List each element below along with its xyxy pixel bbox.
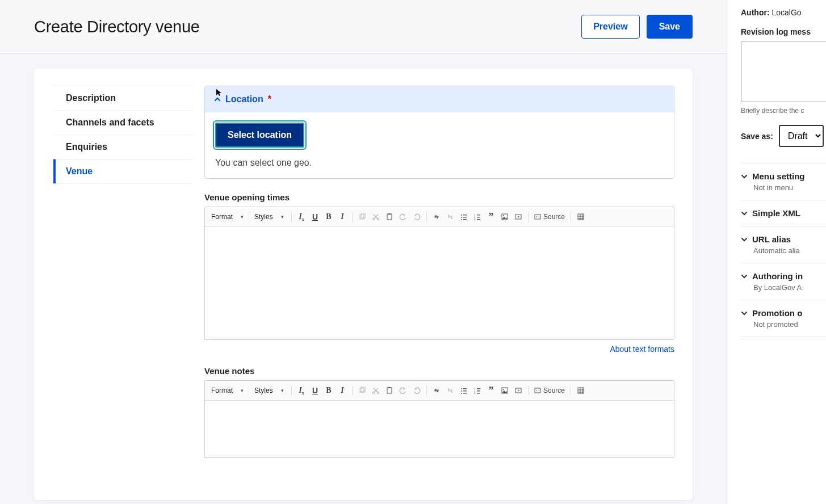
page-header: Create Directory venue Preview Save — [0, 0, 727, 54]
sidebar-accordion: Menu setting Not in menu Simple XML URL … — [741, 163, 826, 337]
acc-url-alias[interactable]: URL alias Automatic alia — [741, 226, 826, 263]
bold-icon[interactable]: B — [322, 211, 335, 223]
chevron-down-icon — [741, 310, 748, 317]
table-icon[interactable] — [575, 211, 587, 223]
location-legend[interactable]: Location * — [205, 86, 674, 112]
acc-authoring-info[interactable]: Authoring in By LocalGov A — [741, 263, 826, 300]
svg-rect-38 — [477, 390, 480, 392]
styles-select[interactable]: Styles — [253, 385, 288, 396]
copy-icon[interactable] — [356, 211, 368, 223]
opening-times-textarea[interactable] — [205, 227, 674, 339]
svg-point-33 — [461, 393, 462, 394]
toolbar-separator — [426, 212, 427, 222]
chevron-down-icon — [741, 236, 748, 243]
location-hint: You can select one geo. — [215, 158, 664, 168]
svg-rect-34 — [463, 393, 467, 394]
toolbar-separator — [249, 385, 249, 396]
cut-icon[interactable] — [370, 211, 382, 223]
redo-icon[interactable] — [410, 384, 423, 397]
redo-icon[interactable] — [410, 211, 423, 223]
chevron-down-icon — [741, 173, 748, 180]
media-icon[interactable] — [512, 211, 525, 223]
underline-icon[interactable]: U — [309, 211, 321, 223]
toolbar-separator — [291, 385, 292, 396]
remove-format-icon[interactable]: Ix — [295, 384, 308, 397]
select-location-button[interactable]: Select location — [215, 123, 304, 148]
svg-rect-13 — [477, 215, 480, 216]
image-icon[interactable] — [498, 384, 511, 397]
format-select[interactable]: Format — [209, 212, 245, 222]
tab-channels-facets[interactable]: Channels and facets — [53, 110, 193, 135]
tab-description[interactable]: Description — [53, 86, 193, 110]
undo-icon[interactable] — [397, 384, 409, 397]
unlink-icon[interactable] — [444, 384, 456, 397]
tabs-column: Description Channels and facets Enquirie… — [34, 69, 193, 500]
format-select[interactable]: Format — [209, 385, 245, 396]
source-button[interactable]: Source — [532, 211, 567, 223]
undo-icon[interactable] — [397, 211, 409, 223]
toolbar-separator — [528, 385, 529, 396]
styles-select[interactable]: Styles — [253, 212, 288, 222]
image-icon[interactable] — [498, 211, 511, 223]
table-icon[interactable] — [575, 384, 587, 397]
venue-notes-textarea[interactable] — [205, 401, 674, 457]
svg-point-10 — [461, 219, 462, 220]
save-as-label: Save as: — [741, 132, 773, 141]
copy-icon[interactable] — [356, 384, 368, 397]
author-line: Author: LocalGo — [741, 8, 826, 17]
opening-times-editor: Format Styles Ix U B I — [204, 207, 674, 340]
numbered-list-icon[interactable]: 123 — [471, 211, 484, 223]
chevron-down-icon — [741, 273, 748, 280]
link-icon[interactable] — [430, 211, 443, 223]
svg-point-42 — [503, 389, 504, 390]
bullet-list-icon[interactable] — [458, 211, 470, 223]
acc-simple-xml[interactable]: Simple XML — [741, 200, 826, 226]
tab-enquiries[interactable]: Enquiries — [53, 135, 193, 159]
svg-point-29 — [461, 388, 462, 389]
italic-icon[interactable]: I — [336, 211, 349, 223]
link-icon[interactable] — [430, 384, 443, 397]
acc-menu-settings[interactable]: Menu setting Not in menu — [741, 163, 826, 200]
bold-icon[interactable]: B — [322, 384, 335, 397]
cut-icon[interactable] — [370, 384, 382, 397]
media-icon[interactable] — [512, 384, 525, 397]
svg-rect-7 — [463, 215, 467, 216]
svg-rect-11 — [463, 219, 467, 220]
tab-venue[interactable]: Venue — [53, 159, 193, 183]
numbered-list-icon[interactable]: 123 — [471, 384, 484, 397]
remove-format-icon[interactable]: Ix — [295, 211, 308, 223]
preview-button[interactable]: Preview — [581, 15, 639, 39]
save-as-select[interactable]: Draft — [779, 125, 824, 147]
svg-rect-1 — [361, 213, 365, 218]
blockquote-icon[interactable]: ” — [485, 384, 497, 397]
svg-text:3: 3 — [474, 218, 476, 221]
required-marker: * — [268, 94, 271, 104]
toolbar-separator — [352, 212, 353, 222]
paste-icon[interactable] — [383, 211, 396, 223]
source-button[interactable]: Source — [532, 384, 567, 397]
toolbar-separator — [528, 212, 529, 222]
save-button[interactable]: Save — [647, 15, 693, 39]
revision-log-label: Revision log mess — [741, 27, 826, 36]
vertical-tabs: Description Channels and facets Enquirie… — [53, 86, 193, 184]
acc-promotion[interactable]: Promotion o Not promoted — [741, 300, 826, 337]
svg-rect-24 — [361, 387, 365, 392]
paste-icon[interactable] — [383, 384, 396, 397]
bullet-list-icon[interactable] — [458, 384, 470, 397]
blockquote-icon[interactable]: ” — [485, 211, 497, 223]
svg-rect-4 — [387, 214, 392, 220]
svg-rect-9 — [463, 217, 467, 218]
about-formats: About text formats — [204, 345, 674, 354]
underline-icon[interactable]: U — [309, 384, 321, 397]
italic-icon[interactable]: I — [336, 384, 349, 397]
about-formats-link[interactable]: About text formats — [610, 345, 674, 354]
svg-point-8 — [461, 217, 462, 218]
unlink-icon[interactable] — [444, 211, 456, 223]
chevron-up-icon — [214, 96, 221, 103]
revision-log-textarea[interactable] — [741, 41, 826, 102]
svg-text:3: 3 — [474, 392, 476, 394]
meta-sidebar: Author: LocalGo Revision log mess Briefl… — [727, 0, 826, 504]
venue-notes-label: Venue notes — [204, 366, 674, 376]
svg-rect-32 — [463, 390, 467, 392]
svg-point-6 — [461, 215, 462, 216]
